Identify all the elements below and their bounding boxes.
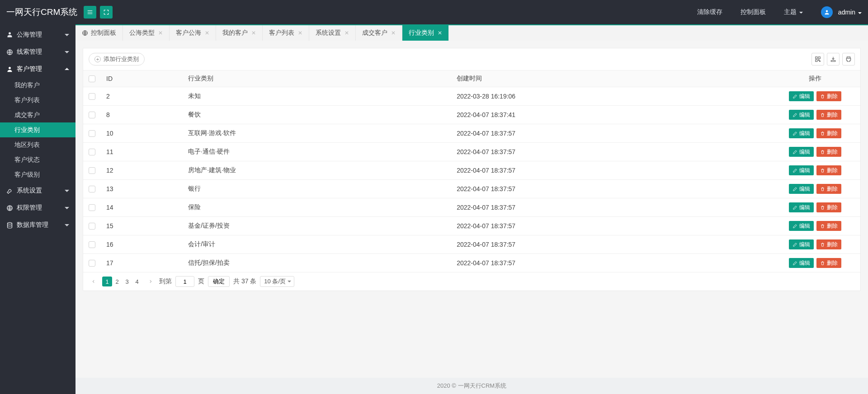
cell-category: 信托/担保/拍卖 [183, 254, 451, 272]
edit-label: 编辑 [799, 259, 810, 267]
edit-button[interactable]: 编辑 [789, 258, 814, 268]
cell-id: 15 [101, 217, 183, 235]
row-checkbox[interactable] [89, 112, 95, 118]
export-toolbar-button[interactable] [827, 53, 840, 66]
nav-item-2-5[interactable]: 客户状态 [0, 152, 75, 167]
delete-button[interactable]: 删除 [816, 91, 841, 101]
delete-button[interactable]: 删除 [816, 202, 841, 212]
print-toolbar-button[interactable] [842, 53, 855, 66]
edit-button[interactable]: 编辑 [789, 128, 814, 138]
pencil-icon [793, 187, 799, 192]
nav-group-5[interactable]: 数据库管理 [0, 216, 75, 234]
edit-label: 编辑 [799, 185, 810, 193]
delete-button[interactable]: 删除 [816, 128, 841, 138]
delete-label: 删除 [827, 130, 838, 137]
content-area: + 添加行业类别 [75, 41, 868, 378]
trash-icon [820, 168, 827, 173]
pager-page-3[interactable]: 3 [122, 277, 132, 286]
edit-button[interactable]: 编辑 [789, 221, 814, 231]
close-icon[interactable]: ✕ [158, 30, 163, 36]
row-checkbox[interactable] [89, 93, 95, 100]
row-checkbox[interactable] [89, 186, 95, 192]
clear-cache-link[interactable]: 清除缓存 [697, 8, 722, 16]
cell-created: 2022-04-07 18:37:57 [451, 217, 770, 235]
user-menu[interactable]: admin [838, 9, 862, 16]
col-op: 操作 [770, 70, 860, 87]
close-icon[interactable]: ✕ [251, 30, 256, 36]
tab-3[interactable]: 我的客户✕ [216, 25, 263, 41]
pager-goto-input[interactable] [175, 276, 194, 287]
nav-item-2-4[interactable]: 地区列表 [0, 137, 75, 152]
cell-id: 10 [101, 124, 183, 143]
tab-0[interactable]: 控制面板 [75, 25, 123, 41]
delete-button[interactable]: 删除 [816, 239, 841, 249]
cell-created: 2022-04-07 18:37:41 [451, 106, 770, 124]
close-icon[interactable]: ✕ [298, 30, 302, 36]
tab-6[interactable]: 成交客户✕ [356, 25, 402, 41]
tab-7[interactable]: 行业类别✕ [402, 25, 449, 41]
chevron-down-icon [65, 51, 69, 56]
nav-group-0[interactable]: 公海管理 [0, 26, 75, 43]
nav-group-4[interactable]: 权限管理 [0, 199, 75, 216]
close-icon[interactable]: ✕ [438, 30, 442, 36]
edit-button[interactable]: 编辑 [789, 110, 814, 120]
row-checkbox[interactable] [89, 260, 95, 267]
nav-group-2[interactable]: 客户管理 [0, 61, 75, 78]
pager-size-select[interactable]: 10 条/页 [260, 276, 294, 287]
theme-dropdown[interactable]: 主题 [784, 8, 803, 16]
tab-4[interactable]: 客户列表✕ [263, 25, 309, 41]
fullscreen-button[interactable] [100, 6, 113, 19]
cell-category: 互联网·游戏·软件 [183, 124, 451, 143]
close-icon[interactable]: ✕ [205, 30, 209, 36]
nav-item-2-1[interactable]: 客户列表 [0, 93, 75, 108]
close-icon[interactable]: ✕ [391, 30, 396, 36]
delete-button[interactable]: 删除 [816, 221, 841, 231]
cell-category: 餐饮 [183, 106, 451, 124]
qr-toolbar-button[interactable] [811, 53, 824, 66]
delete-button[interactable]: 删除 [816, 147, 841, 157]
control-panel-link[interactable]: 控制面板 [741, 8, 766, 16]
nav-group-1[interactable]: 线索管理 [0, 43, 75, 61]
add-industry-button[interactable]: + 添加行业类别 [89, 53, 145, 66]
pager-next[interactable] [146, 277, 156, 286]
edit-button[interactable]: 编辑 [789, 184, 814, 194]
nav-item-2-6[interactable]: 客户级别 [0, 167, 75, 182]
tab-5[interactable]: 系统设置✕ [309, 25, 356, 41]
nav-item-2-3[interactable]: 行业类别 [0, 122, 75, 137]
edit-button[interactable]: 编辑 [789, 239, 814, 249]
edit-button[interactable]: 编辑 [789, 165, 814, 175]
pencil-icon [793, 242, 799, 247]
tab-2[interactable]: 客户公海✕ [170, 25, 216, 41]
row-checkbox[interactable] [89, 149, 95, 155]
table-row: 15基金/证券/投资2022-04-07 18:37:57编辑删除 [83, 217, 860, 235]
sidebar-toggle-button[interactable] [84, 6, 96, 19]
row-checkbox[interactable] [89, 241, 95, 248]
export-icon [830, 56, 836, 62]
print-icon [845, 56, 852, 62]
svg-rect-5 [816, 57, 817, 59]
close-icon[interactable]: ✕ [344, 30, 349, 36]
pager-prev[interactable] [89, 277, 99, 286]
row-checkbox[interactable] [89, 130, 95, 137]
row-checkbox[interactable] [89, 204, 95, 211]
row-checkbox[interactable] [89, 167, 95, 174]
tab-label: 公海类型 [129, 29, 155, 37]
edit-button[interactable]: 编辑 [789, 147, 814, 157]
edit-button[interactable]: 编辑 [789, 91, 814, 101]
pager-page-1[interactable]: 1 [102, 277, 112, 286]
pager-page-4[interactable]: 4 [132, 277, 142, 286]
delete-button[interactable]: 删除 [816, 258, 841, 268]
nav-item-2-2[interactable]: 成交客户 [0, 108, 75, 122]
edit-button[interactable]: 编辑 [789, 202, 814, 212]
delete-button[interactable]: 删除 [816, 165, 841, 175]
nav-group-3[interactable]: 系统设置 [0, 182, 75, 199]
pencil-icon [793, 131, 799, 136]
delete-button[interactable]: 删除 [816, 110, 841, 120]
pager-confirm-button[interactable]: 确定 [208, 276, 230, 287]
row-checkbox[interactable] [89, 223, 95, 230]
tab-1[interactable]: 公海类型✕ [123, 25, 170, 41]
pager-page-2[interactable]: 2 [112, 277, 122, 286]
select-all-checkbox[interactable] [89, 75, 95, 82]
delete-button[interactable]: 删除 [816, 184, 841, 194]
nav-item-2-0[interactable]: 我的客户 [0, 78, 75, 93]
